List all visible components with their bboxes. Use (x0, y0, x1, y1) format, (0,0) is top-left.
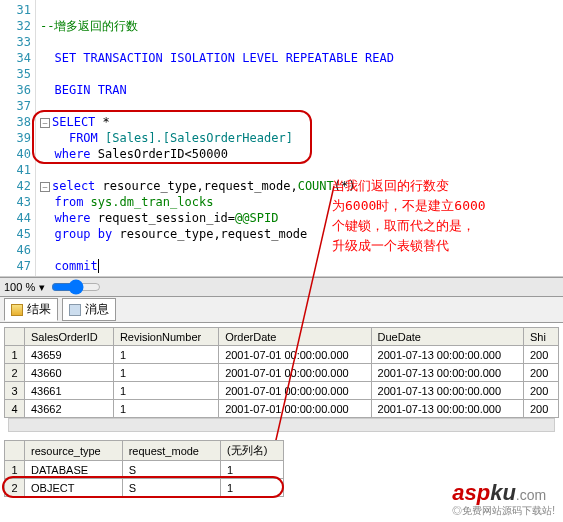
table-row[interactable]: 2OBJECTS1 (5, 479, 284, 497)
table-row[interactable]: 24366012001-07-01 00:00:00.0002001-07-13… (5, 364, 559, 382)
table-row[interactable]: 34366112001-07-01 00:00:00.0002001-07-13… (5, 382, 559, 400)
results-grid-1: SalesOrderID RevisionNumber OrderDate Du… (0, 323, 563, 436)
table-header: resource_type request_mode (无列名) (5, 441, 284, 461)
horizontal-scrollbar[interactable] (8, 418, 555, 432)
message-icon (69, 304, 81, 316)
line-gutter: 31 32 33 34 35 36 37 38 39 40 41 42 43 4… (0, 0, 36, 276)
tab-messages[interactable]: 消息 (62, 298, 116, 321)
tab-results[interactable]: 结果 (4, 298, 58, 321)
annotation-text: 当我们返回的行数变 为6000时，不是建立6000 个键锁，取而代之的是， 升级… (332, 176, 532, 256)
zoom-value: 100 % (4, 281, 35, 293)
watermark: aspku.com ◎免费网站源码下载站! (452, 480, 555, 518)
zoom-bar: 100 % ▾ (0, 277, 563, 297)
table-header: SalesOrderID RevisionNumber OrderDate Du… (5, 328, 559, 346)
zoom-slider[interactable] (51, 282, 101, 292)
fold-icon[interactable]: − (40, 182, 50, 192)
results-tabs: 结果 消息 (0, 297, 563, 323)
code-editor[interactable]: 31 32 33 34 35 36 37 38 39 40 41 42 43 4… (0, 0, 563, 277)
table-row[interactable]: 44366212001-07-01 00:00:00.0002001-07-13… (5, 400, 559, 418)
fold-icon[interactable]: − (40, 118, 50, 128)
code-body[interactable]: --增多返回的行数 SET TRANSACTION ISOLATION LEVE… (36, 0, 563, 276)
table-row[interactable]: 14365912001-07-01 00:00:00.0002001-07-13… (5, 346, 559, 364)
table-row[interactable]: 1DATABASES1 (5, 461, 284, 479)
grid-icon (11, 304, 23, 316)
